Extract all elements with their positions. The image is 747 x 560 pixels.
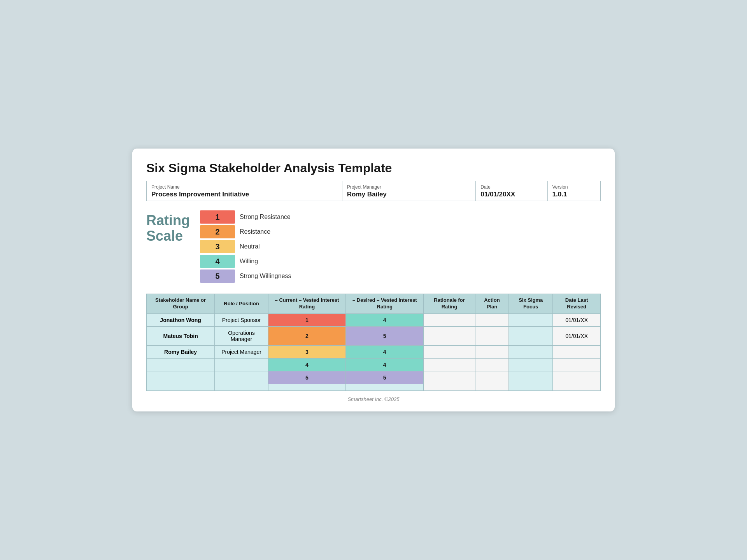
cell-desired-rating[interactable]	[346, 384, 424, 390]
rating-scale-item-3: 3Neutral	[200, 240, 291, 253]
rating-badge-1: 1	[200, 210, 235, 224]
cell-stakeholder-name[interactable]: Jonathon Wong	[147, 313, 215, 326]
rating-scale-item-5: 5Strong Willingness	[200, 270, 291, 283]
cell-rationale[interactable]	[424, 384, 475, 390]
cell-date[interactable]: 01/01/XX	[553, 313, 601, 326]
cell-desired-rating[interactable]: 4	[346, 313, 424, 326]
rating-scale-item-2: 2Resistance	[200, 225, 291, 238]
table-header-row: Stakeholder Name or Group Role / Positio…	[147, 294, 601, 314]
project-version-value: 1.0.1	[552, 190, 596, 198]
cell-rationale[interactable]	[424, 358, 475, 371]
cell-desired-rating[interactable]: 5	[346, 371, 424, 384]
cell-desired-rating[interactable]: 4	[346, 345, 424, 358]
footer: Smartsheet Inc. ©2025	[146, 396, 601, 402]
project-info-row: Project Name Process Improvement Initiat…	[146, 181, 601, 201]
cell-date[interactable]	[553, 371, 601, 384]
th-stakeholder: Stakeholder Name or Group	[147, 294, 215, 314]
table-row: Jonathon WongProject Sponsor1401/01/XX	[147, 313, 601, 326]
rating-badge-5: 5	[200, 270, 235, 283]
cell-rationale[interactable]	[424, 326, 475, 345]
cell-desired-rating[interactable]: 5	[346, 326, 424, 345]
cell-six-sigma[interactable]	[509, 371, 553, 384]
table-row: 44	[147, 358, 601, 371]
rating-label-5: Strong Willingness	[240, 273, 291, 280]
rating-label-3: Neutral	[240, 243, 260, 250]
cell-desired-rating[interactable]: 4	[346, 358, 424, 371]
project-name-value: Process Improvement Initiative	[151, 190, 337, 198]
cell-date[interactable]	[553, 345, 601, 358]
cell-role[interactable]: Project Sponsor	[215, 313, 268, 326]
cell-stakeholder-name[interactable]	[147, 384, 215, 390]
cell-six-sigma[interactable]	[509, 326, 553, 345]
table-row: Romy BaileyProject Manager34	[147, 345, 601, 358]
rating-badge-2: 2	[200, 225, 235, 238]
cell-current-rating[interactable]: 4	[268, 358, 345, 371]
th-current: – Current – Vested Interest Rating	[268, 294, 345, 314]
project-name-cell: Project Name Process Improvement Initiat…	[147, 181, 342, 201]
page-container: Six Sigma Stakeholder Analysis Template …	[132, 149, 615, 411]
project-date-cell: Date 01/01/20XX	[476, 181, 547, 201]
cell-six-sigma[interactable]	[509, 345, 553, 358]
cell-action[interactable]	[475, 313, 509, 326]
rating-scale-item-4: 4Willing	[200, 255, 291, 268]
cell-rationale[interactable]	[424, 345, 475, 358]
cell-current-rating[interactable]: 5	[268, 371, 345, 384]
cell-six-sigma[interactable]	[509, 358, 553, 371]
page-title: Six Sigma Stakeholder Analysis Template	[146, 161, 601, 175]
rating-label-1: Strong Resistance	[240, 214, 291, 220]
stakeholder-table: Stakeholder Name or Group Role / Positio…	[146, 294, 601, 391]
th-date: Date Last Revised	[553, 294, 601, 314]
table-row: 55	[147, 371, 601, 384]
rating-label-2: Resistance	[240, 228, 270, 235]
cell-six-sigma[interactable]	[509, 384, 553, 390]
cell-action[interactable]	[475, 345, 509, 358]
project-manager-cell: Project Manager Romy Bailey	[342, 181, 476, 201]
cell-six-sigma[interactable]	[509, 313, 553, 326]
cell-role[interactable]	[215, 371, 268, 384]
rating-badge-4: 4	[200, 255, 235, 268]
cell-date[interactable]: 01/01/XX	[553, 326, 601, 345]
table-row	[147, 384, 601, 390]
cell-rationale[interactable]	[424, 371, 475, 384]
cell-rationale[interactable]	[424, 313, 475, 326]
rating-scale-title: Rating Scale	[146, 213, 193, 243]
project-version-cell: Version 1.0.1	[548, 181, 600, 201]
th-desired: – Desired – Vested Interest Rating	[346, 294, 424, 314]
project-date-value: 01/01/20XX	[480, 190, 542, 198]
cell-stakeholder-name[interactable]	[147, 371, 215, 384]
cell-action[interactable]	[475, 326, 509, 345]
rating-scale-section: Rating Scale 1Strong Resistance2Resistan…	[146, 210, 601, 283]
th-six-sigma: Six Sigma Focus	[509, 294, 553, 314]
rating-label-4: Willing	[240, 258, 258, 265]
rating-badge-3: 3	[200, 240, 235, 253]
cell-stakeholder-name[interactable]	[147, 358, 215, 371]
cell-stakeholder-name[interactable]: Romy Bailey	[147, 345, 215, 358]
project-name-label: Project Name	[151, 184, 337, 190]
th-role: Role / Position	[215, 294, 268, 314]
cell-current-rating[interactable]: 2	[268, 326, 345, 345]
project-manager-label: Project Manager	[347, 184, 471, 190]
th-rationale: Rationale for Rating	[424, 294, 475, 314]
cell-role[interactable]: Project Manager	[215, 345, 268, 358]
cell-action[interactable]	[475, 358, 509, 371]
cell-role[interactable]	[215, 384, 268, 390]
cell-action[interactable]	[475, 384, 509, 390]
table-row: Mateus TobinOperations Manager2501/01/XX	[147, 326, 601, 345]
project-version-label: Version	[552, 184, 596, 190]
rating-scale-items: 1Strong Resistance2Resistance3Neutral4Wi…	[200, 210, 291, 283]
cell-role[interactable]: Operations Manager	[215, 326, 268, 345]
th-action: Action Plan	[475, 294, 509, 314]
cell-stakeholder-name[interactable]: Mateus Tobin	[147, 326, 215, 345]
project-manager-value: Romy Bailey	[347, 190, 471, 198]
cell-action[interactable]	[475, 371, 509, 384]
cell-current-rating[interactable]: 1	[268, 313, 345, 326]
cell-current-rating[interactable]: 3	[268, 345, 345, 358]
cell-role[interactable]	[215, 358, 268, 371]
rating-scale-item-1: 1Strong Resistance	[200, 210, 291, 224]
cell-date[interactable]	[553, 358, 601, 371]
cell-current-rating[interactable]	[268, 384, 345, 390]
project-date-label: Date	[480, 184, 542, 190]
cell-date[interactable]	[553, 384, 601, 390]
